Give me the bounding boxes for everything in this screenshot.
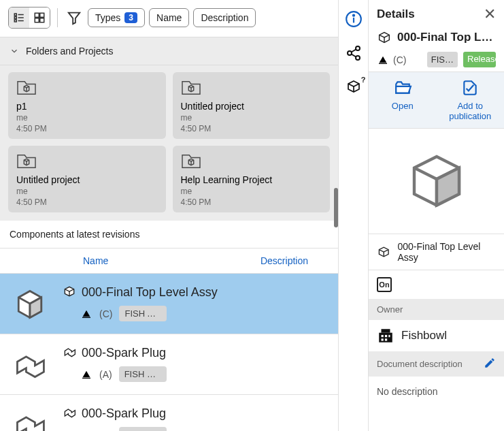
component-thumb	[10, 285, 50, 323]
svg-rect-8	[35, 18, 39, 22]
svg-marker-10	[69, 13, 80, 24]
description-value: No description	[369, 377, 504, 406]
component-row[interactable]: 000-Spark Plug(A)FISH P…	[0, 334, 338, 395]
project-owner: me	[16, 187, 158, 196]
details-partnum-chip: FIS…	[427, 52, 458, 67]
svg-rect-51	[382, 335, 384, 337]
svg-rect-43	[379, 63, 387, 63]
folders-grid: p1me4:50 PMUntitled projectme4:50 PMUnti…	[0, 65, 338, 221]
open-button[interactable]: Open	[369, 72, 437, 128]
view-toggle	[8, 7, 50, 29]
component-row[interactable]: 000-Spark Plug(A)FISH P…	[0, 395, 338, 431]
edit-description-button[interactable]	[484, 357, 496, 371]
project-name: Help Learning Project	[181, 174, 322, 185]
svg-rect-1	[14, 17, 16, 19]
section-components-header: Components at latest revisions	[0, 221, 338, 249]
svg-point-32	[352, 15, 354, 16]
component-thumb	[10, 406, 50, 431]
filter-description-pill[interactable]: Description	[193, 8, 256, 27]
details-header: Details ✕	[369, 0, 504, 26]
project-name: p1	[16, 101, 158, 112]
svg-rect-52	[385, 335, 387, 337]
project-owner: me	[181, 187, 322, 196]
chevron-down-icon	[10, 46, 19, 56]
details-fullname-row[interactable]: 000-Final Top Level Assy	[369, 234, 504, 270]
svg-rect-2	[14, 20, 16, 22]
component-row[interactable]: 000-Final Top Level Assy(C)FISH A…	[0, 274, 338, 334]
filters-toolbar: Types 3 Name Description	[0, 0, 338, 37]
details-tags: (C) FIS… Released	[369, 52, 504, 71]
svg-point-34	[348, 51, 352, 55]
revision-icon	[377, 54, 389, 65]
project-name: Untitled project	[181, 101, 322, 112]
component-revision: (A)	[99, 369, 112, 380]
component-thumb	[10, 345, 50, 383]
add-to-publication-button[interactable]: Add to publication	[437, 72, 505, 128]
separator	[57, 8, 58, 27]
svg-rect-6	[35, 13, 39, 17]
component-revision: (C)	[99, 308, 112, 319]
add-to-publication-label: Add to publication	[439, 101, 502, 121]
component-title: 000-Spark Plug	[82, 346, 166, 360]
rail-info-button[interactable]	[344, 10, 363, 29]
revision-icon	[80, 308, 93, 319]
component-type-icon	[63, 345, 76, 361]
project-name: Untitled project	[16, 174, 158, 185]
project-time: 4:50 PM	[16, 124, 158, 133]
rail-share-button[interactable]	[344, 44, 363, 63]
owner-row: Fishbowl	[369, 320, 504, 351]
svg-rect-0	[14, 14, 16, 16]
filter-types-pill[interactable]: Types 3	[88, 8, 145, 27]
filter-types-label: Types	[95, 12, 120, 23]
project-time: 4:50 PM	[16, 197, 158, 207]
pencil-icon	[484, 357, 496, 369]
details-actions: Open Add to publication	[369, 71, 504, 129]
section-folders-header[interactable]: Folders and Projects	[0, 37, 338, 65]
filter-description-label: Description	[201, 12, 248, 23]
owner-name: Fishbowl	[401, 329, 447, 342]
project-card[interactable]: p1me4:50 PM	[8, 72, 166, 139]
details-source-row[interactable]: On	[369, 270, 504, 299]
filter-name-pill[interactable]: Name	[149, 8, 189, 27]
details-item-header: 000-Final Top Lev…	[369, 26, 504, 52]
svg-rect-53	[388, 335, 390, 337]
details-item-title: 000-Final Top Lev…	[397, 31, 496, 44]
project-card[interactable]: Help Learning Projectme4:50 PM	[173, 146, 331, 212]
svg-rect-50	[382, 329, 390, 332]
svg-rect-7	[40, 13, 44, 17]
components-list: 000-Final Top Level Assy(C)FISH A…000-Sp…	[0, 274, 338, 431]
description-label: Document description	[377, 359, 463, 369]
revision-icon	[80, 369, 93, 380]
details-fullname: 000-Final Top Level Assy	[397, 241, 496, 263]
col-name[interactable]: Name	[83, 255, 261, 266]
filter-name-label: Name	[156, 12, 182, 23]
col-description[interactable]: Description	[261, 255, 308, 266]
details-revision: (C)	[393, 54, 406, 65]
svg-rect-25	[82, 317, 90, 317]
svg-rect-49	[379, 333, 392, 342]
svg-marker-42	[380, 56, 387, 62]
section-components-label: Components at latest revisions	[10, 229, 139, 240]
details-panel: Details ✕ 000-Final Top Lev… (C) FIS… Re…	[369, 0, 504, 431]
main-panel: Types 3 Name Description Folders and Pro…	[0, 0, 339, 431]
project-time: 4:50 PM	[181, 197, 322, 207]
scrollbar-thumb[interactable]	[334, 188, 338, 227]
svg-point-33	[356, 46, 360, 50]
side-rail: ?	[339, 0, 369, 431]
project-card[interactable]: Untitled projectme4:50 PM	[8, 146, 166, 212]
rail-where-used-button[interactable]: ?	[344, 78, 363, 97]
filter-types-count: 3	[124, 12, 137, 23]
view-list-button[interactable]	[9, 7, 29, 28]
publication-icon	[460, 79, 480, 97]
view-grid-button[interactable]	[29, 7, 50, 28]
filter-icon[interactable]	[65, 8, 84, 27]
svg-marker-26	[83, 370, 90, 377]
close-icon[interactable]: ✕	[484, 7, 496, 22]
component-partnum-chip: FISH P…	[119, 427, 167, 431]
project-card[interactable]: Untitled projectme4:50 PM	[173, 72, 331, 139]
component-type-icon	[63, 285, 76, 300]
component-partnum-chip: FISH P…	[119, 366, 167, 382]
section-folders-label: Folders and Projects	[26, 46, 113, 57]
svg-point-35	[356, 56, 360, 60]
project-time: 4:50 PM	[181, 124, 322, 133]
